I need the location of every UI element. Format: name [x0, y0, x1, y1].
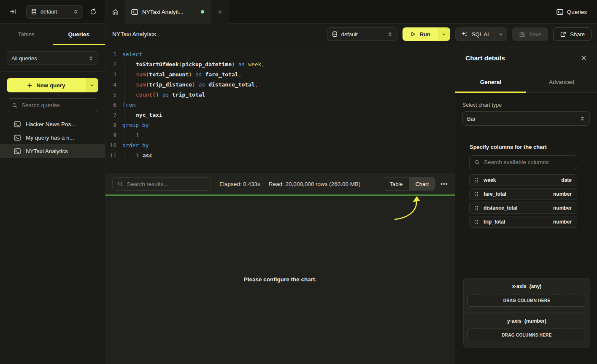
code-line[interactable]: 6from [105, 100, 455, 110]
top-bar: default NYTaxi Analyti... [0, 0, 597, 24]
code-text: sum(trip_distance) as distance_total, [122, 80, 258, 90]
new-query-button[interactable]: New query [7, 78, 98, 92]
divider [455, 135, 597, 135]
code-line[interactable]: 5count() as trip_total [105, 90, 455, 100]
save-label: Save [529, 31, 542, 38]
play-icon [410, 31, 416, 37]
code-line[interactable]: 7nyc_taxi [105, 110, 455, 120]
refresh-icon[interactable] [86, 5, 100, 19]
sidebar-query-item[interactable]: My query has a n... [0, 131, 105, 144]
header-database-select[interactable]: default [327, 27, 397, 41]
x-axis-dropzone[interactable]: DRAG COLUMN HERE [467, 294, 586, 307]
code-text: nyc_taxi [122, 110, 162, 120]
collapse-sidebar-icon[interactable] [6, 5, 19, 19]
code-line[interactable]: 8group by [105, 120, 455, 130]
line-number: 6 [105, 100, 116, 110]
header-controls: default Run [327, 27, 592, 41]
search-queries-placeholder: Search queries [22, 102, 60, 108]
chart-type-select[interactable]: Bar [462, 111, 590, 126]
run-dropdown[interactable] [438, 27, 450, 41]
home-icon[interactable] [106, 0, 125, 24]
code-lines: 1select2toStartOfWeek(pickup_datetime) a… [105, 49, 455, 161]
view-table[interactable]: Table [383, 178, 409, 190]
line-number: 2 [105, 59, 116, 70]
chevron-updown-icon [73, 9, 78, 15]
sql-ai-dropdown[interactable] [494, 28, 507, 40]
share-button[interactable]: Share [553, 27, 592, 41]
query-icon [131, 9, 138, 15]
share-icon [560, 31, 566, 38]
sql-ai-label: SQL AI [472, 31, 489, 38]
column-type: date [561, 177, 572, 183]
search-icon [117, 181, 123, 187]
column-chip-distance_total[interactable]: distance_totalnumber [469, 202, 577, 214]
chevron-updown-icon [387, 31, 393, 37]
new-tab-plus-icon[interactable] [211, 0, 229, 24]
query-icon [14, 135, 21, 141]
tab-general[interactable]: General [455, 71, 526, 92]
y-axis-label: y-axis(number) [467, 318, 586, 324]
tab-advanced[interactable]: Advanced [526, 71, 597, 92]
y-axis-dropzone[interactable]: DRAG COLUMNS HERE [467, 329, 586, 341]
column-chip-trip_total[interactable]: trip_totalnumber [469, 216, 577, 228]
topbar-database-select[interactable]: default [26, 5, 83, 19]
code-line[interactable]: 2toStartOfWeek(pickup_datetime) as week, [105, 59, 455, 70]
line-number: 7 [105, 110, 116, 120]
run-button[interactable]: Run [403, 27, 450, 41]
drag-handle-icon[interactable] [475, 219, 479, 225]
column-type: number [553, 191, 572, 197]
drag-handle-icon[interactable] [475, 191, 479, 197]
view-chart[interactable]: Chart [409, 178, 435, 190]
chart-empty-message: Please configure the chart. [105, 276, 455, 283]
drag-handle-icon[interactable] [475, 205, 479, 211]
code-line[interactable]: 91 [105, 130, 455, 140]
code-line[interactable]: 10order by [105, 140, 455, 151]
more-options-icon[interactable]: ••• [440, 181, 448, 187]
search-results-placeholder: Search results... [127, 181, 168, 187]
new-query-dropdown[interactable] [86, 78, 98, 92]
sidebar-query-item[interactable]: Hacker News Pos... [0, 117, 105, 131]
search-queries-input[interactable]: Search queries [7, 98, 98, 112]
view-toggle: Table Chart [383, 177, 435, 191]
query-filter-value: All queries [11, 55, 85, 62]
queries-nav-button[interactable]: Queries [556, 0, 587, 24]
database-icon [332, 31, 338, 38]
column-chip-week[interactable]: weekdate [469, 174, 577, 186]
sql-ai-main[interactable]: SQL AI [456, 28, 494, 40]
tab-tables[interactable]: Tables [0, 24, 53, 45]
run-button-main[interactable]: Run [403, 27, 438, 41]
sidebar: Tables Queries All queries New query [0, 24, 105, 364]
queries-nav-label: Queries [567, 9, 587, 15]
indent-guide [124, 130, 136, 140]
search-icon [474, 159, 480, 165]
query-filter-select[interactable]: All queries [7, 51, 98, 65]
chevron-updown-icon [580, 116, 585, 121]
drag-handle-icon[interactable] [475, 178, 479, 183]
new-query-main[interactable]: New query [7, 78, 86, 92]
y-axis-hint: (number) [524, 318, 546, 324]
close-icon[interactable] [581, 55, 587, 61]
line-number: 5 [105, 90, 116, 100]
code-line[interactable]: 4sum(trip_distance) as distance_total, [105, 80, 455, 90]
tab-strip: NYTaxi Analyti... [105, 0, 229, 24]
topbar-database-value: default [41, 8, 70, 15]
code-line[interactable]: 3sum(total_amount) as fare_total, [105, 70, 455, 80]
sql-ai-button[interactable]: SQL AI [455, 27, 507, 41]
tab-nytaxi-analytics[interactable]: NYTaxi Analyti... [125, 0, 211, 24]
search-columns-input[interactable]: Search available columns [469, 155, 577, 169]
tab-queries[interactable]: Queries [53, 24, 105, 45]
query-icon [14, 148, 21, 154]
sidebar-query-item[interactable]: NYTaxi Analytics [0, 144, 105, 158]
sql-editor[interactable]: 1select2toStartOfWeek(pickup_datetime) a… [105, 45, 455, 173]
code-line[interactable]: 111 asc [105, 151, 455, 161]
indent-guide [124, 70, 136, 80]
indent-guide [124, 80, 136, 90]
rows-read: Read: 20,000,000 rows (260.00 MB) [269, 181, 361, 187]
save-button[interactable]: Save [512, 27, 548, 41]
query-icon [556, 9, 563, 15]
search-results-input[interactable]: Search results... [112, 177, 211, 191]
code-text: toStartOfWeek(pickup_datetime) as week, [122, 59, 265, 70]
column-chip-fare_total[interactable]: fare_totalnumber [469, 188, 577, 200]
results-toolbar: Search results... Elapsed: 0.433s Read: … [105, 173, 455, 194]
code-line[interactable]: 1select [105, 49, 455, 59]
